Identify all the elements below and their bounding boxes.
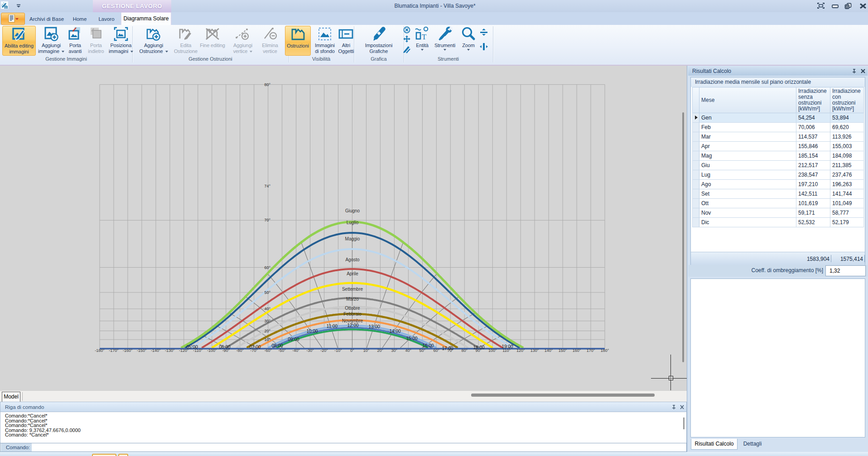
svg-text:80°: 80° <box>461 348 468 353</box>
svg-text:-10°: -10° <box>334 348 342 353</box>
svg-text:60°: 60° <box>433 348 439 353</box>
svg-text:180°: 180° <box>601 348 609 353</box>
svg-text:16:00: 16:00 <box>422 343 434 348</box>
svg-text:-160°: -160° <box>123 348 133 353</box>
svg-text:-50°: -50° <box>278 348 286 353</box>
svg-text:120°: 120° <box>516 348 525 353</box>
svg-text:10°: 10° <box>264 337 270 342</box>
svg-text:Ottobre: Ottobre <box>345 306 360 311</box>
svg-text:-30°: -30° <box>306 348 314 353</box>
svg-text:18:00: 18:00 <box>473 345 484 350</box>
svg-text:170°: 170° <box>587 348 595 353</box>
svg-text:-20°: -20° <box>320 348 328 353</box>
svg-text:0°: 0° <box>350 348 354 353</box>
svg-text:Giugno: Giugno <box>345 208 360 213</box>
svg-text:Maggio: Maggio <box>345 236 360 241</box>
svg-text:140°: 140° <box>545 348 553 353</box>
svg-text:09:00: 09:00 <box>288 337 299 342</box>
svg-text:20°: 20° <box>377 348 384 353</box>
svg-text:15:00: 15:00 <box>406 336 417 341</box>
svg-text:05:00: 05:00 <box>186 345 198 350</box>
svg-text:50°: 50° <box>420 348 426 353</box>
svg-text:Settembre: Settembre <box>342 287 363 292</box>
svg-text:80°: 80° <box>264 82 270 87</box>
svg-text:-140°: -140° <box>151 348 161 353</box>
svg-text:40°: 40° <box>405 348 412 353</box>
svg-text:T: T <box>422 33 427 41</box>
svg-text:07:00: 07:00 <box>249 345 260 350</box>
svg-text:-180°: -180° <box>95 348 105 353</box>
svg-text:130°: 130° <box>530 348 539 353</box>
svg-text:74°: 74° <box>264 184 270 188</box>
svg-text:100°: 100° <box>488 348 497 353</box>
svg-text:30°: 30° <box>264 319 270 323</box>
svg-text:11:00: 11:00 <box>327 324 338 329</box>
svg-text:30°: 30° <box>391 348 398 353</box>
svg-text:-40°: -40° <box>292 348 300 353</box>
svg-text:10°: 10° <box>363 348 370 353</box>
svg-text:Aprile: Aprile <box>347 271 358 276</box>
svg-text:13:00: 13:00 <box>368 324 380 329</box>
svg-text:-130°: -130° <box>165 348 175 353</box>
svg-text:-60°: -60° <box>264 348 272 353</box>
svg-text:14:00: 14:00 <box>389 329 400 334</box>
svg-text:Agosto: Agosto <box>345 257 360 262</box>
svg-text:60°: 60° <box>264 265 270 270</box>
svg-text:Febbraio: Febbraio <box>343 312 362 317</box>
svg-text:40°: 40° <box>264 307 270 311</box>
svg-text:17:00: 17:00 <box>442 346 453 351</box>
svg-text:150°: 150° <box>559 348 567 353</box>
svg-text:06:00: 06:00 <box>219 345 230 350</box>
svg-text:160°: 160° <box>573 348 581 353</box>
svg-text:Marzo: Marzo <box>346 297 359 302</box>
svg-text:70°: 70° <box>264 218 270 222</box>
svg-text:50°: 50° <box>264 290 270 295</box>
svg-text:-150°: -150° <box>137 348 147 353</box>
svg-text:-170°: -170° <box>109 348 119 353</box>
svg-text:10:00: 10:00 <box>306 329 318 334</box>
svg-text:-100°: -100° <box>207 348 217 353</box>
svg-text:Luglio: Luglio <box>347 220 359 225</box>
svg-text:19:00: 19:00 <box>502 344 513 349</box>
svg-text:08:00: 08:00 <box>271 343 283 348</box>
svg-text:20°: 20° <box>264 329 270 333</box>
svg-text:-80°: -80° <box>236 348 244 353</box>
svg-text:12:00: 12:00 <box>347 323 358 328</box>
